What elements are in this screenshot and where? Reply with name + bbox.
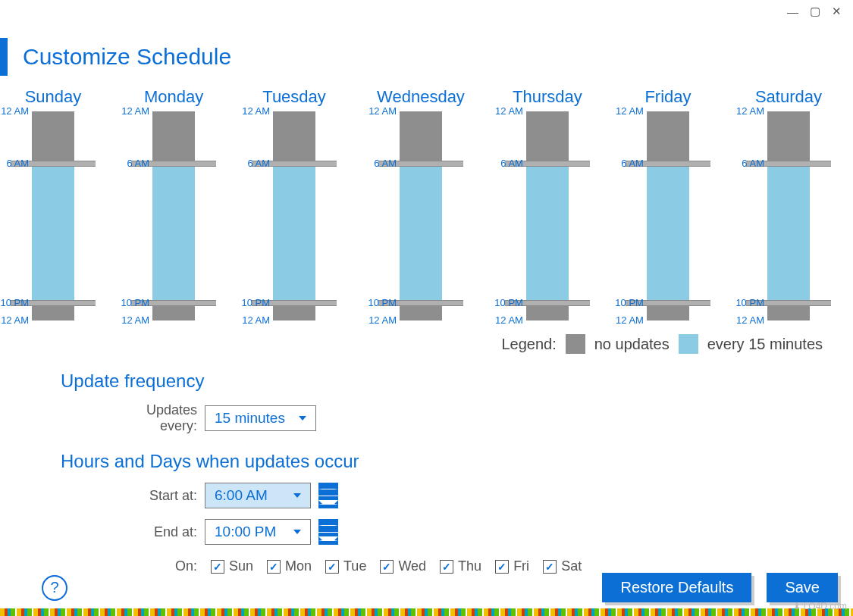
day-bar-active bbox=[152, 164, 195, 303]
time-tick: 12 AM bbox=[114, 314, 149, 326]
time-tick: 12 AM bbox=[0, 105, 29, 117]
decorative-stripe bbox=[0, 608, 853, 616]
spinner-down-icon[interactable] bbox=[318, 533, 338, 546]
day-bar[interactable]: 12 AM6 AM10 PM12 AM bbox=[526, 111, 569, 321]
start-at-spinner[interactable] bbox=[318, 483, 338, 508]
day-column: Sunday12 AM6 AM10 PM12 AM bbox=[15, 87, 91, 321]
update-frequency-title: Update frequency bbox=[61, 371, 853, 392]
day-bar-active bbox=[32, 164, 74, 303]
restore-defaults-button[interactable]: Restore Defaults bbox=[602, 573, 751, 602]
day-bar-active bbox=[647, 164, 689, 303]
time-tick: 6 AM bbox=[362, 158, 397, 169]
day-bar[interactable]: 12 AM6 AM10 PM12 AM bbox=[400, 111, 442, 321]
checkbox-icon: ✓ bbox=[325, 560, 339, 574]
start-at-dropdown[interactable]: 6:00 AM bbox=[205, 483, 311, 508]
chevron-down-icon bbox=[293, 493, 301, 498]
day-column: Friday12 AM6 AM10 PM12 AM bbox=[630, 87, 706, 321]
start-at-label: Start at: bbox=[106, 488, 197, 504]
updates-every-value: 15 minutes bbox=[215, 410, 285, 427]
day-bar[interactable]: 12 AM6 AM10 PM12 AM bbox=[32, 111, 74, 321]
end-at-label: End at: bbox=[106, 524, 197, 540]
updates-every-dropdown[interactable]: 15 minutes bbox=[205, 405, 316, 431]
day-bar-wrap: 12 AM6 AM10 PM12 AM bbox=[383, 111, 459, 321]
day-bar[interactable]: 12 AM6 AM10 PM12 AM bbox=[273, 111, 315, 321]
spinner-up-icon[interactable] bbox=[318, 519, 338, 533]
day-name: Wednesday bbox=[377, 87, 465, 107]
time-tick: 12 AM bbox=[729, 314, 764, 326]
time-tick: 6 AM bbox=[235, 158, 270, 169]
close-icon[interactable]: ✕ bbox=[832, 5, 842, 18]
chevron-down-icon bbox=[293, 530, 301, 534]
legend-swatch-noupdates bbox=[566, 334, 585, 354]
checkbox-icon: ✓ bbox=[495, 560, 509, 574]
day-bar-active bbox=[767, 164, 810, 303]
day-checkbox[interactable]: ✓Thu bbox=[440, 558, 481, 574]
time-tick: 6 AM bbox=[488, 158, 523, 169]
end-at-spinner[interactable] bbox=[318, 519, 338, 545]
updates-every-label: Updates every: bbox=[106, 402, 197, 434]
checkbox-label: Thu bbox=[458, 558, 481, 574]
day-bar[interactable]: 12 AM6 AM10 PM12 AM bbox=[647, 111, 689, 321]
day-column: Thursday12 AM6 AM10 PM12 AM bbox=[510, 87, 585, 321]
time-tick: 6 AM bbox=[609, 158, 644, 169]
time-tick: 12 AM bbox=[729, 105, 764, 117]
time-tick: 12 AM bbox=[362, 105, 397, 117]
time-tick: 12 AM bbox=[235, 314, 270, 326]
time-tick: 6 AM bbox=[114, 158, 149, 169]
save-button[interactable]: Save bbox=[767, 573, 838, 602]
minimize-icon[interactable]: — bbox=[787, 5, 798, 18]
time-tick: 6 AM bbox=[0, 158, 29, 169]
day-bar-wrap: 12 AM6 AM10 PM12 AM bbox=[256, 111, 332, 321]
spinner-down-icon[interactable] bbox=[318, 496, 338, 509]
day-column: Tuesday12 AM6 AM10 PM12 AM bbox=[256, 87, 332, 321]
page-title: Customize Schedule bbox=[23, 44, 231, 70]
day-checkbox[interactable]: ✓Fri bbox=[495, 558, 529, 574]
schedule-chart: Sunday12 AM6 AM10 PM12 AMMonday12 AM6 AM… bbox=[0, 76, 853, 321]
day-bar-active bbox=[400, 164, 442, 303]
help-button[interactable]: ? bbox=[42, 575, 67, 601]
day-bar[interactable]: 12 AM6 AM10 PM12 AM bbox=[767, 111, 810, 321]
time-tick: 10 PM bbox=[0, 297, 29, 308]
day-checkbox[interactable]: ✓Tue bbox=[325, 558, 366, 574]
end-at-dropdown[interactable]: 10:00 PM bbox=[205, 519, 311, 545]
day-name: Thursday bbox=[510, 87, 585, 107]
day-bar-wrap: 12 AM6 AM10 PM12 AM bbox=[630, 111, 706, 321]
start-at-value: 6:00 AM bbox=[215, 487, 268, 504]
day-checkbox[interactable]: ✓Sun bbox=[211, 558, 253, 574]
day-checkbox[interactable]: ✓Wed bbox=[380, 558, 426, 574]
legend-label: Legend: bbox=[501, 336, 556, 353]
end-at-value: 10:00 PM bbox=[215, 524, 276, 540]
checkbox-icon: ✓ bbox=[211, 560, 224, 574]
maximize-icon[interactable]: ▢ bbox=[810, 5, 820, 18]
checkbox-label: Tue bbox=[343, 558, 366, 574]
day-checkbox[interactable]: ✓Sat bbox=[543, 558, 582, 574]
checkbox-label: Sat bbox=[561, 558, 582, 574]
legend-text-noupdates: no updates bbox=[594, 336, 670, 353]
checkbox-label: Wed bbox=[398, 558, 426, 574]
time-tick: 10 PM bbox=[729, 297, 764, 308]
day-checkbox[interactable]: ✓Mon bbox=[267, 558, 312, 574]
time-tick: 12 AM bbox=[362, 314, 397, 326]
time-tick: 10 PM bbox=[114, 297, 149, 308]
day-bar-wrap: 12 AM6 AM10 PM12 AM bbox=[136, 111, 212, 321]
day-bar-wrap: 12 AM6 AM10 PM12 AM bbox=[751, 111, 826, 321]
day-bar-active bbox=[273, 164, 315, 303]
time-tick: 12 AM bbox=[488, 314, 523, 326]
page-header: Customize Schedule bbox=[0, 38, 853, 76]
time-tick: 12 AM bbox=[114, 105, 149, 117]
time-tick: 12 AM bbox=[488, 105, 523, 117]
day-bar[interactable]: 12 AM6 AM10 PM12 AM bbox=[152, 111, 195, 321]
hours-days-title: Hours and Days when updates occur bbox=[61, 451, 853, 472]
time-tick: 10 PM bbox=[488, 297, 523, 308]
on-label: On: bbox=[106, 558, 197, 574]
time-tick: 10 PM bbox=[235, 297, 270, 308]
time-tick: 10 PM bbox=[362, 297, 397, 308]
accent-bar bbox=[0, 38, 8, 76]
time-tick: 12 AM bbox=[609, 314, 644, 326]
checkbox-icon: ✓ bbox=[380, 560, 394, 574]
spinner-up-icon[interactable] bbox=[318, 483, 338, 496]
day-column: Wednesday12 AM6 AM10 PM12 AM bbox=[377, 87, 465, 321]
chevron-down-icon bbox=[299, 416, 306, 421]
legend-swatch-every bbox=[679, 334, 698, 354]
day-column: Saturday12 AM6 AM10 PM12 AM bbox=[751, 87, 826, 321]
